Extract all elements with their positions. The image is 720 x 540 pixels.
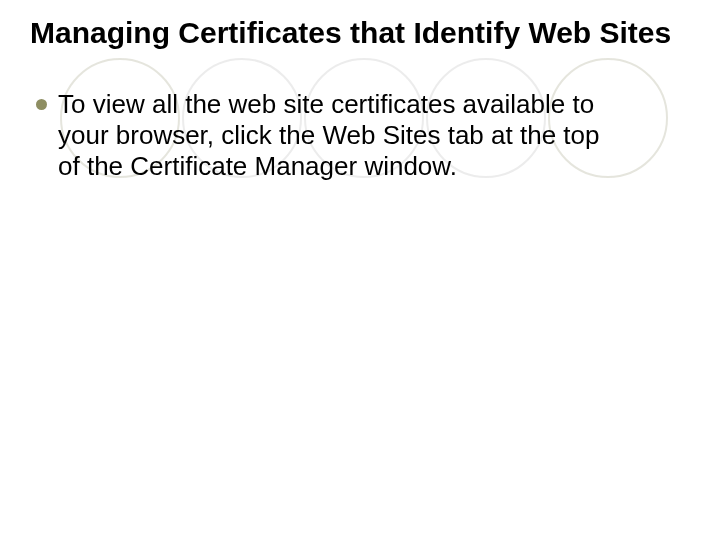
- slide-title: Managing Certificates that Identify Web …: [30, 16, 690, 51]
- list-item: To view all the web site certificates av…: [58, 89, 618, 183]
- bullet-list: To view all the web site certificates av…: [30, 89, 690, 183]
- bullet-icon: [36, 99, 47, 110]
- slide-content: Managing Certificates that Identify Web …: [0, 0, 720, 182]
- bullet-text: To view all the web site certificates av…: [58, 89, 599, 181]
